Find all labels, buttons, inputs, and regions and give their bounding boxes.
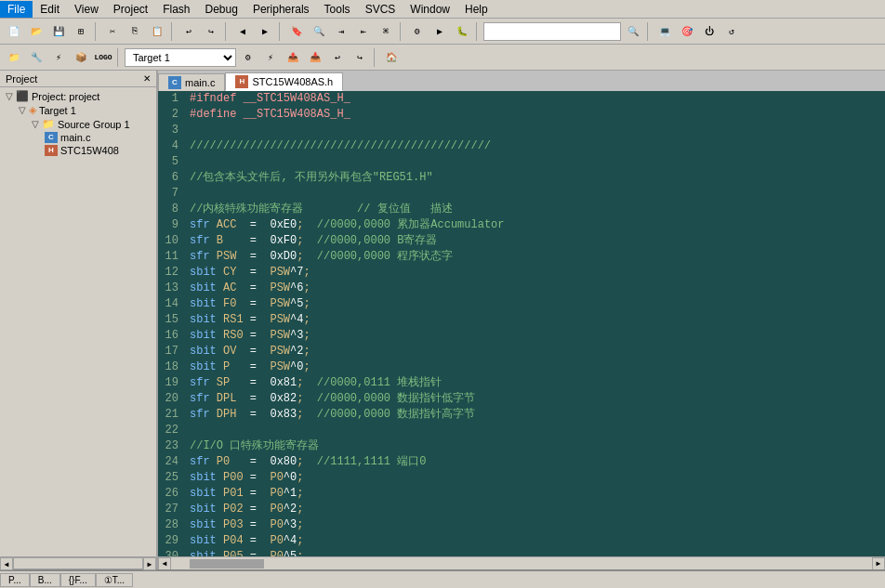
- sep9: [374, 48, 377, 67]
- run-btn[interactable]: ▶: [429, 21, 450, 42]
- file-c-icon: C: [45, 132, 58, 143]
- nav-fwd-btn[interactable]: ▶: [255, 21, 275, 42]
- target-dropdown[interactable]: Target 1: [125, 48, 236, 67]
- copy-btn[interactable]: ⎘: [125, 21, 145, 42]
- build-btn[interactable]: ⚙: [407, 21, 428, 42]
- tree-project[interactable]: ▽ ⬛ Project: project: [2, 89, 154, 103]
- tree-expand-icon: ▽: [6, 91, 13, 101]
- code-column[interactable]: #ifndef __STC15W408AS_H_#define __STC15W…: [184, 91, 885, 556]
- file-h-icon: H: [45, 145, 58, 156]
- target-btn[interactable]: 🎯: [677, 21, 697, 42]
- menu-view[interactable]: View: [67, 1, 106, 18]
- code-content: #ifndef __STC15W408AS_H_#define __STC15W…: [184, 91, 885, 556]
- menu-debug[interactable]: Debug: [198, 1, 245, 18]
- panel-title: Project: [6, 73, 37, 85]
- tree-stc-label: STC15W408: [60, 145, 119, 156]
- tree-main-c-label: main.c: [60, 132, 90, 143]
- search-input[interactable]: [483, 22, 621, 41]
- menu-edit[interactable]: Edit: [33, 1, 67, 18]
- tree-stc-h[interactable]: H STC15W408: [2, 144, 154, 157]
- t2-btn7[interactable]: 📤: [283, 47, 303, 68]
- indent-btn[interactable]: ⇥: [331, 21, 351, 42]
- hscroll-track[interactable]: [171, 558, 872, 569]
- proj-btn[interactable]: 📁: [4, 47, 24, 68]
- search-go-btn[interactable]: 🔍: [623, 21, 643, 42]
- toolbar-2: 📁 🔧 ⚡ 📦 LOGO Target 1 ⚙ ⚡ 📤 📥 ↩ ↪ 🏠: [0, 45, 885, 71]
- menu-flash[interactable]: Flash: [155, 1, 197, 18]
- menu-peripherals[interactable]: Peripherals: [245, 1, 317, 18]
- menu-help[interactable]: Help: [457, 1, 495, 18]
- sep1: [95, 22, 99, 41]
- t2-btn8[interactable]: 📥: [305, 47, 325, 68]
- comment-btn[interactable]: ⌘: [376, 21, 396, 42]
- undo-btn[interactable]: ↩: [178, 21, 199, 42]
- bottom-tab-t[interactable]: ①T...: [96, 573, 133, 587]
- menu-file[interactable]: File: [0, 1, 33, 18]
- hscroll-right[interactable]: ▶: [872, 557, 885, 570]
- logo-btn[interactable]: LOGO: [93, 47, 113, 68]
- bottom-tab-f[interactable]: {}F...: [60, 573, 96, 587]
- t2-btn4[interactable]: 📦: [71, 47, 91, 68]
- debug-btn[interactable]: 🐛: [452, 21, 472, 42]
- power-btn[interactable]: ⏻: [699, 21, 720, 42]
- t2-btn2[interactable]: 🔧: [26, 47, 46, 68]
- menu-svcs[interactable]: SVCS: [358, 1, 403, 18]
- panel-scroll-left[interactable]: ◀: [0, 557, 13, 570]
- panel-close-btn[interactable]: ✕: [143, 73, 151, 84]
- tree-main-c[interactable]: C main.c: [2, 131, 154, 144]
- tab-main-c[interactable]: C main.c: [158, 73, 225, 91]
- tab-c-icon: C: [168, 76, 181, 89]
- tab-stc-h[interactable]: H STC15W408AS.h: [225, 72, 343, 91]
- menu-bar: File Edit View Project Flash Debug Perip…: [0, 0, 885, 19]
- tab-h-icon: H: [235, 75, 248, 88]
- t2-config-btn[interactable]: ⚙: [238, 47, 258, 68]
- save-btn[interactable]: 💾: [48, 21, 69, 42]
- outdent-btn[interactable]: ⇤: [353, 21, 374, 42]
- cpu-btn[interactable]: 💻: [654, 21, 675, 42]
- tree-source-group[interactable]: ▽ 📁 Source Group 1: [2, 117, 154, 131]
- editor-area: C main.c H STC15W408AS.h 123456789101112…: [158, 71, 885, 569]
- bottom-tab-p[interactable]: P...: [0, 573, 30, 587]
- panel-header: Project ✕: [0, 71, 156, 87]
- t2-flash-btn[interactable]: ⚡: [260, 47, 281, 68]
- sep5: [400, 22, 403, 41]
- tree-target1[interactable]: ▽ ◈ Target 1: [2, 103, 154, 117]
- new-btn[interactable]: 📄: [4, 21, 24, 42]
- cut-btn[interactable]: ✂: [102, 21, 123, 42]
- panel-scroll-track[interactable]: [13, 557, 143, 569]
- t2-load-btn[interactable]: 🏠: [381, 47, 402, 68]
- open-btn[interactable]: 📂: [26, 21, 46, 42]
- bottom-tabs: P... B... {}F... ①T...: [0, 569, 885, 588]
- menu-tools[interactable]: Tools: [317, 1, 358, 18]
- t2-btn10[interactable]: ↪: [350, 47, 370, 68]
- t2-btn9[interactable]: ↩: [327, 47, 348, 68]
- sep3: [225, 22, 229, 41]
- hscroll-thumb[interactable]: [190, 559, 264, 568]
- tab-bar: C main.c H STC15W408AS.h: [158, 71, 885, 91]
- sep7: [647, 22, 651, 41]
- sep2: [171, 22, 175, 41]
- tab-main-c-label: main.c: [185, 77, 215, 88]
- paste-btn[interactable]: 📋: [147, 21, 167, 42]
- menu-project[interactable]: Project: [106, 1, 155, 18]
- reset-btn[interactable]: ↺: [721, 21, 742, 42]
- panel-hscroll: ◀ ▶: [0, 556, 156, 569]
- sep6: [476, 22, 480, 41]
- nav-back-btn[interactable]: ◀: [232, 21, 253, 42]
- panel-scroll-right[interactable]: ▶: [143, 557, 156, 570]
- t2-btn3[interactable]: ⚡: [48, 47, 69, 68]
- main-layout: Project ✕ ▽ ⬛ Project: project ▽ ◈ Targe…: [0, 71, 885, 569]
- project-tree: ▽ ⬛ Project: project ▽ ◈ Target 1 ▽ 📁 So…: [0, 87, 156, 556]
- bookmark-btn[interactable]: 🔖: [286, 21, 307, 42]
- project-panel: Project ✕ ▽ ⬛ Project: project ▽ ◈ Targe…: [0, 71, 158, 569]
- find-btn[interactable]: 🔍: [309, 21, 329, 42]
- redo-btn[interactable]: ↪: [201, 21, 221, 42]
- tree-target-label: Target 1: [39, 105, 76, 116]
- menu-window[interactable]: Window: [403, 1, 457, 18]
- tree-target-expand: ▽: [19, 105, 26, 115]
- tree-group-expand: ▽: [32, 119, 39, 129]
- bottom-tab-b[interactable]: B...: [30, 573, 60, 587]
- hscroll-left[interactable]: ◀: [158, 557, 171, 570]
- save-all-btn[interactable]: ⊞: [71, 21, 91, 42]
- editor-container: 1234567891011121314151617181920212223242…: [158, 91, 885, 556]
